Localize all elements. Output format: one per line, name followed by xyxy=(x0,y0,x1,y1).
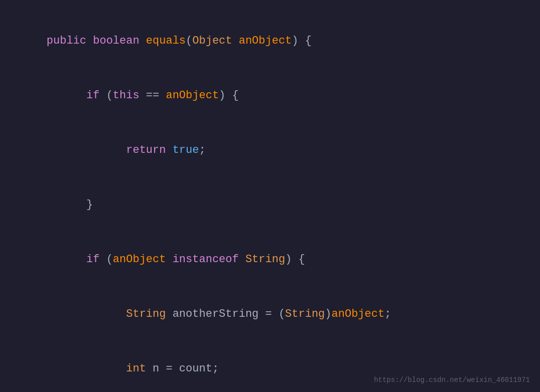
code-line-5: if (anObject instanceof String) { xyxy=(20,233,520,287)
type-string-2: String xyxy=(126,308,166,320)
keyword-return-1: return xyxy=(126,144,166,156)
keyword-if-2: if xyxy=(86,253,99,266)
type-object: Object xyxy=(192,35,232,47)
keyword-if-1: if xyxy=(86,89,99,102)
code-line-4: } xyxy=(20,178,520,233)
code-block: public boolean equals(Object anObject) {… xyxy=(0,0,540,392)
source-url: https://blog.csdn.net/weixin_46011971 xyxy=(374,374,530,386)
var-anobject-2: anObject xyxy=(113,253,166,266)
code-line-6: String anotherString = (String)anObject; xyxy=(20,287,520,341)
type-string-1: String xyxy=(245,253,285,266)
param-anobject: anObject xyxy=(239,35,292,47)
method-equals: equals xyxy=(146,35,186,47)
keyword-public: public xyxy=(47,35,86,47)
code-line-1: public boolean equals(Object anObject) { xyxy=(20,14,520,69)
code-line-2: if (this == anObject) { xyxy=(20,69,520,123)
keyword-instanceof: instanceof xyxy=(173,253,239,266)
code-line-3: return true; xyxy=(20,123,520,178)
type-string-cast: String xyxy=(285,308,325,320)
var-anobject-3: anObject xyxy=(332,308,385,320)
keyword-this: this xyxy=(113,89,140,102)
type-int-1: int xyxy=(126,362,146,375)
var-anobject-1: anObject xyxy=(166,89,219,102)
val-true-1: true xyxy=(173,144,199,156)
keyword-boolean: boolean xyxy=(93,35,139,47)
